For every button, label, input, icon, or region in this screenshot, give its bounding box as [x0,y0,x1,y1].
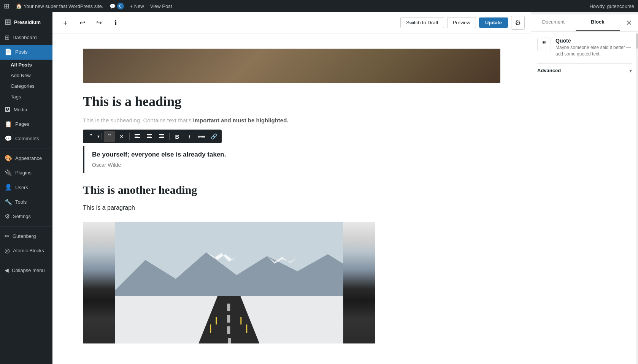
sidebar-item-appearance[interactable]: 🎨 Appearance [0,151,52,166]
sidebar-item-label: Tools [15,199,27,206]
tools-icon: 🔧 [5,198,12,206]
block-name: Quote [555,38,632,44]
sidebar-item-comments[interactable]: 💬 Comments [0,131,52,146]
sidebar-item-tags[interactable]: Tags [11,92,52,102]
svg-rect-8 [159,137,164,138]
svg-rect-1 [135,136,138,136]
quote-cite[interactable]: Oscar Wilde [92,162,121,168]
editor-content[interactable]: This is a heading This is the subheading… [52,33,531,364]
sidebar-subitem-label: Tags [11,93,21,100]
atomic-blocks-icon: ◎ [5,247,10,255]
sidebar-item-categories[interactable]: Categories [11,81,52,92]
align-right-button[interactable] [156,131,167,142]
adminbar-view-post[interactable]: View Post [150,3,172,9]
comments-bubble-icon: 💬 [110,3,116,9]
sidebar-item-media[interactable]: 🖼 Media [0,103,52,117]
sidebar-separator [0,149,52,149]
block-type-button[interactable]: " [85,131,97,142]
adminbar-new[interactable]: + New [130,3,144,9]
adminbar-site-name[interactable]: 🏠 Your new super fast WordPress site. [16,3,103,9]
toolbar-divider-2 [129,133,130,140]
toolbar-divider-1 [102,133,102,140]
main-layout: ⊞ Pressidium ⊞ Dashboard 📄 Posts All Pos… [0,12,638,364]
svg-rect-18 [228,338,231,343]
align-center-button[interactable] [144,131,155,142]
adminbar-comments[interactable]: 💬 0 [110,3,124,9]
sidebar-brand[interactable]: ⊞ Pressidium [0,12,52,30]
tab-block[interactable]: Block [576,14,620,31]
advanced-chevron-icon: ▾ [629,68,632,74]
sidebar-item-pages[interactable]: 📋 Pages [0,117,52,131]
svg-rect-7 [160,136,164,136]
redo-button[interactable]: ↪ [92,16,106,30]
sidebar-item-posts[interactable]: 📄 Posts [0,45,52,59]
panel-block-info: " Quote Maybe someone else said it bette… [537,38,632,57]
post-heading-1[interactable]: This is a heading [83,93,500,109]
sidebar-item-label: Gutenberg [13,233,36,240]
svg-rect-6 [159,134,164,135]
block-info-text: Quote Maybe someone else said it better … [555,38,632,57]
link-button[interactable]: 🔗 [208,131,219,142]
right-panel: Document Block ✕ " Quote Maybe someone e… [531,12,638,364]
sidebar-item-gutenberg[interactable]: ✏ Gutenberg [0,229,52,244]
svg-rect-16 [227,315,230,323]
sidebar-item-all-posts[interactable]: All Posts [11,60,52,70]
collapse-menu-button[interactable]: ◀ Collapse menu [0,264,52,276]
quote-style-button[interactable]: " [104,131,115,142]
comments-icon: 💬 [5,135,12,143]
sidebar-item-plugins[interactable]: 🔌 Plugins [0,166,52,180]
wp-logo-icon[interactable]: ⊞ [4,2,10,10]
post-heading-2[interactable]: This is another heading [83,184,500,196]
settings-icon: ⚙ [5,212,10,221]
media-icon: 🖼 [5,106,11,114]
sidebar-item-label: Plugins [15,169,32,176]
sidebar-item-label: Appearance [15,155,42,162]
admin-bar: ⊞ 🏠 Your new super fast WordPress site. … [0,0,638,12]
tab-document[interactable]: Document [531,14,576,31]
sidebar-item-label: Pages [15,121,29,128]
settings-button[interactable]: ⚙ [511,16,525,30]
quote-block[interactable]: Be yourself; everyone else is already ta… [83,146,500,173]
block-type-icon: " [537,38,551,51]
svg-rect-20 [210,324,211,333]
brand-icon: ⊞ [5,17,11,27]
sidebar-item-users[interactable]: 👤 Users [0,180,52,195]
toolbar-divider-3 [169,133,170,140]
panel-tabs: Document Block ✕ [531,14,638,32]
sidebar-item-label: Media [14,106,27,113]
advanced-section-header[interactable]: Advanced ▾ [537,63,632,78]
svg-rect-17 [227,326,230,334]
undo-button[interactable]: ↩ [75,16,89,30]
sidebar-item-settings[interactable]: ⚙ Settings [0,209,52,224]
svg-rect-2 [135,137,140,138]
svg-rect-21 [240,317,241,324]
sidebar-item-atomic-blocks[interactable]: ◎ Atomic Blocks [0,244,52,258]
sidebar-subitem-label: All Posts [11,62,32,68]
quote-remove-button[interactable]: ✕ [116,131,127,142]
post-paragraph[interactable]: This is a paragraph [83,203,500,213]
posts-icon: 📄 [5,48,12,56]
adminbar-howdy: Howdy, gutencourse [589,3,634,9]
block-info-button[interactable]: ℹ [109,16,122,30]
panel-close-button[interactable]: ✕ [622,16,636,30]
italic-button[interactable]: I [184,131,195,142]
sidebar-item-tools[interactable]: 🔧 Tools [0,195,52,209]
preview-button[interactable]: Preview [447,17,476,28]
block-type-dropdown[interactable]: ▾ [97,134,100,139]
add-block-button[interactable]: ＋ [59,16,72,30]
scrollbar-track [636,33,638,364]
strikethrough-button[interactable]: abc [196,131,207,142]
align-left-button[interactable] [132,131,143,142]
post-subheading: This is the subheading. Contains text th… [83,117,500,123]
bold-button[interactable]: B [171,131,183,142]
switch-to-draft-button[interactable]: Switch to Draft [400,17,444,28]
appearance-icon: 🎨 [5,154,12,163]
road-image [83,222,375,343]
sidebar-item-add-new[interactable]: Add New [11,70,52,81]
scrollbar-thumb[interactable] [636,33,638,49]
block-toolbar: " ▾ " ✕ B I abc 🔗 [83,130,222,143]
update-button[interactable]: Update [479,17,508,28]
svg-rect-19 [216,317,217,324]
sidebar-item-dashboard[interactable]: ⊞ Dashboard [0,30,52,45]
quote-text[interactable]: Be yourself; everyone else is already ta… [92,151,493,158]
